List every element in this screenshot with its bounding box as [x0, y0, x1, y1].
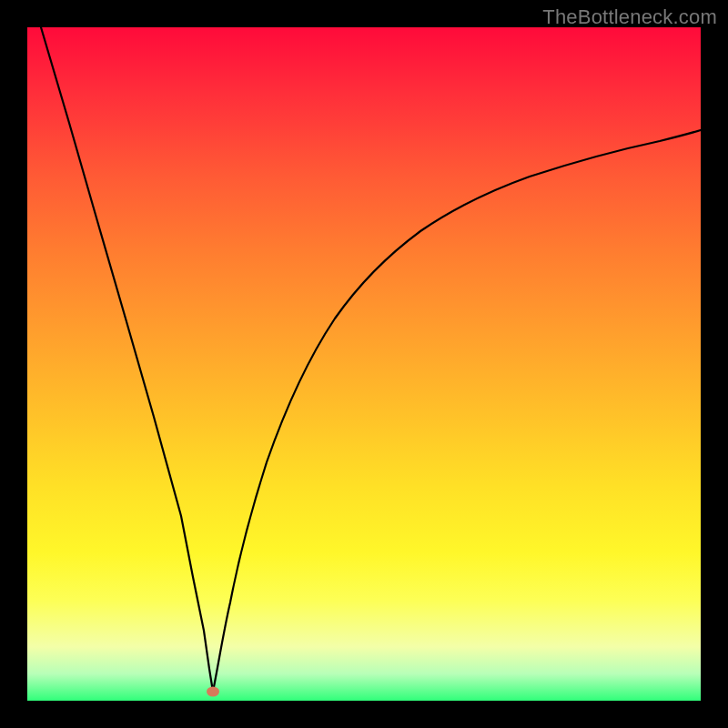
minimum-marker-dot [207, 687, 219, 697]
curve-right-branch [213, 130, 701, 692]
bottleneck-curve [27, 27, 701, 701]
curve-left-branch [41, 27, 213, 692]
watermark-text: TheBottleneck.com [542, 5, 717, 29]
plot-area [27, 27, 701, 701]
